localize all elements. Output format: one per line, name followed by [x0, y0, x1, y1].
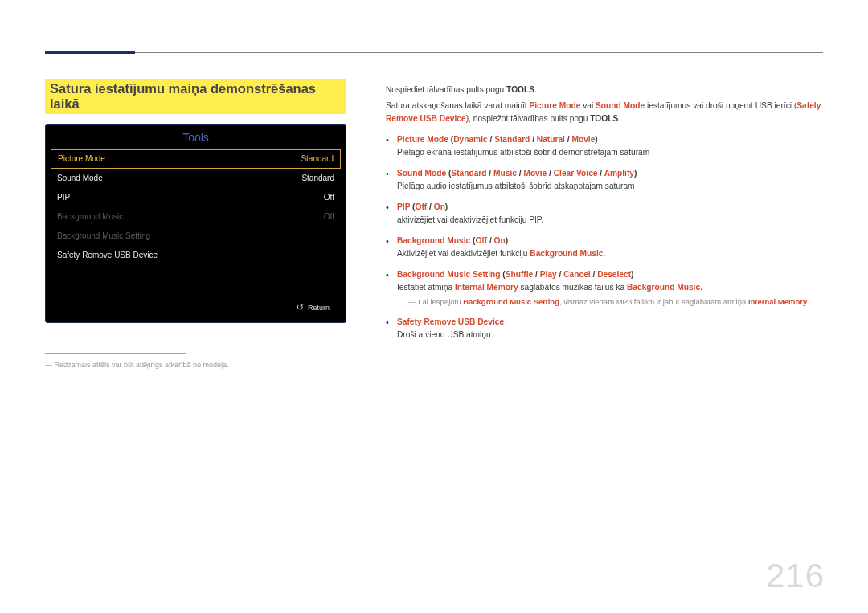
bullet-list: Picture Mode (Dynamic / Standard / Natur… [386, 133, 823, 341]
bullet-desc: Droši atvieno USB atmiņu [397, 330, 491, 339]
opt: Clear Voice [554, 169, 598, 178]
t: , vismaz vienam MP3 failam ir jābūt sagl… [559, 297, 748, 306]
hl: Background Music Setting [463, 297, 559, 306]
hl: Sound Mode [596, 101, 645, 110]
bullet-pip: PIP (Off / On) aktivizējiet vai deaktivi… [386, 201, 823, 227]
menu-row-background-music[interactable]: Background Music Off [46, 207, 346, 227]
menu-row-value: Standard [301, 173, 334, 184]
tools-title: Tools [46, 125, 346, 149]
hl: Background Music [530, 249, 603, 258]
sep: / [591, 270, 598, 279]
sep: / [427, 202, 434, 211]
bullet-background-music: Background Music (Off / On) Aktivizējiet… [386, 235, 823, 260]
footnote-rule [45, 353, 186, 354]
paren: ) [595, 135, 597, 144]
bullet-desc: Pielāgo ekrāna iestatījumus atbilstoši š… [397, 148, 649, 157]
opt: Off [475, 236, 487, 245]
sep: / [488, 135, 495, 144]
hl: Sound Mode [397, 169, 446, 178]
menu-row-value: Off [324, 211, 334, 223]
sep: / [530, 135, 537, 144]
text: vai [580, 101, 596, 110]
sep: / [487, 236, 494, 245]
section-heading: Satura iestatījumu maiņa demonstrēšanas … [45, 79, 346, 114]
menu-row-pip[interactable]: PIP Off [46, 188, 346, 207]
opt: Standard [494, 135, 530, 144]
menu-row-label: Background Music [57, 211, 123, 223]
opt: On [434, 202, 445, 211]
tools-panel: Tools Picture Mode Standard Sound Mode S… [45, 124, 346, 323]
text: ), nospiežot tālvadības pults pogu [466, 114, 591, 123]
opt: Off [415, 202, 427, 211]
menu-row-safety-remove-usb[interactable]: Safety Remove USB Device [46, 246, 346, 265]
sub-note: Lai iespējotu Background Music Setting, … [408, 296, 823, 308]
hl: Background Music [627, 283, 700, 292]
bullet-desc: aktivizējiet vai deaktivizējiet funkciju… [397, 215, 543, 224]
left-footnote: Redzamais attēls var būt atšķirīgs atkar… [45, 361, 346, 369]
menu-row-value: Standard [301, 153, 334, 165]
paren: ) [506, 236, 508, 245]
hl: Picture Mode [397, 135, 448, 144]
right-column: Nospiediet tālvadības pults pogu TOOLS. … [386, 84, 823, 349]
hl: Background Music Setting [397, 270, 501, 279]
menu-row-label: Sound Mode [57, 173, 103, 184]
page-number: 216 [766, 557, 825, 595]
opt: Shuffle [506, 270, 534, 279]
menu-row-picture-mode[interactable]: Picture Mode Standard [51, 149, 341, 169]
menu-row-label: PIP [57, 192, 70, 203]
t: . [603, 249, 605, 258]
return-icon: ↻ [297, 302, 304, 313]
hl: PIP [397, 202, 410, 211]
opt: On [494, 236, 506, 245]
opt: Deselect [597, 270, 631, 279]
sep: / [598, 169, 604, 178]
text: . [618, 114, 620, 123]
paren: ) [634, 169, 637, 178]
menu-row-bg-music-setting[interactable]: Background Music Setting [46, 227, 346, 246]
paren: ) [631, 270, 633, 279]
top-rule [45, 52, 823, 53]
bullet-desc: Aktivizējiet vai deaktivizējiet funkciju… [397, 249, 605, 258]
sep: / [533, 270, 540, 279]
hl: Safety Remove USB Device [397, 317, 504, 326]
text-bold: TOOLS [590, 114, 618, 123]
text: iestatījumus vai droši noņemt USB ierīci… [645, 101, 796, 110]
t: saglabātos mūzikas failus kā [518, 283, 627, 292]
text: Satura atskaņošanas laikā varat mainīt [386, 101, 529, 110]
hl: Internal Memory [455, 283, 518, 292]
menu-row-sound-mode[interactable]: Sound Mode Standard [46, 169, 346, 188]
opt: Dynamic [453, 135, 487, 144]
hl: Internal Memory [748, 297, 807, 306]
text: . [534, 85, 537, 94]
hl: Picture Mode [529, 101, 580, 110]
menu-row-label: Safety Remove USB Device [57, 250, 158, 261]
opt: Movie [571, 135, 595, 144]
opt: Movie [523, 169, 547, 178]
bullet-safety-remove: Safety Remove USB Device Droši atvieno U… [386, 316, 823, 341]
opt: Standard [451, 169, 486, 178]
intro-line-1: Nospiediet tālvadības pults pogu TOOLS. [386, 84, 823, 96]
return-label: Return [308, 304, 330, 312]
intro-line-2: Satura atskaņošanas laikā varat mainīt P… [386, 100, 823, 125]
sep: / [557, 270, 564, 279]
opt: Music [493, 169, 517, 178]
tools-list: Picture Mode Standard Sound Mode Standar… [46, 149, 346, 268]
opt: Natural [537, 135, 565, 144]
menu-row-label: Picture Mode [58, 153, 105, 165]
t: Lai iespējotu [418, 297, 463, 306]
opt: Play [540, 270, 557, 279]
bullet-picture-mode: Picture Mode (Dynamic / Standard / Natur… [386, 133, 823, 159]
t: . [700, 283, 702, 292]
top-rule-accent [45, 51, 135, 54]
t: Iestatiet atmiņā [397, 283, 455, 292]
tools-footer: ↻ Return [46, 296, 346, 321]
opt: Amplify [604, 169, 634, 178]
t: . [807, 297, 809, 306]
bullet-sound-mode: Sound Mode (Standard / Music / Movie / C… [386, 167, 823, 193]
sep: / [547, 169, 554, 178]
bullet-bg-music-setting: Background Music Setting (Shuffle / Play… [386, 268, 823, 308]
sep: / [487, 169, 494, 178]
bullet-desc: Pielāgo audio iestatījumus atbilstoši šo… [397, 182, 635, 190]
menu-row-value: Off [324, 192, 334, 203]
bullet-desc: Iestatiet atmiņā Internal Memory saglabā… [397, 283, 702, 292]
